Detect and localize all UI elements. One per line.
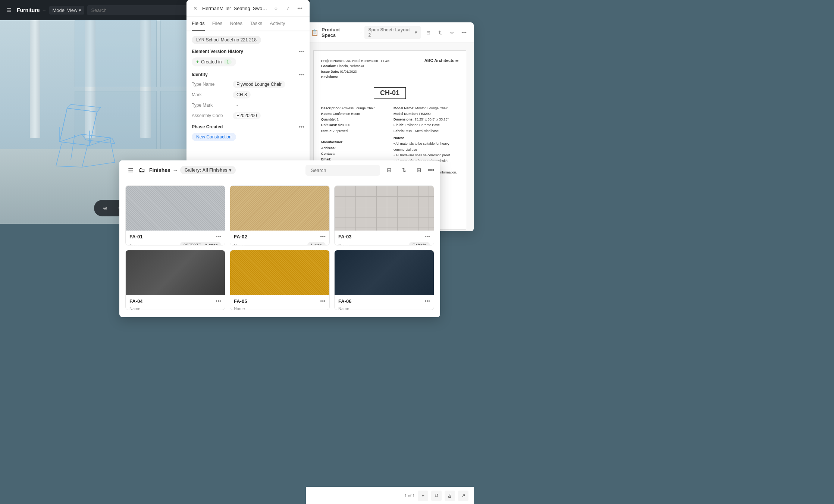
finish-header-row-fa06: FA-06 ••• [338,298,430,304]
desc-value: Armless Lounge Chair [342,106,375,110]
panel-body: LYR School Model no 221 218 Element Vers… [186,31,310,166]
contact-label: Contact: [321,152,335,156]
finish-name-row-fa02: Name Linen [234,242,326,245]
spec-project-info: Project Name: ABC Hotel Renovation - FF&… [321,58,390,80]
created-in-button[interactable]: + Created in 1 [192,57,236,66]
issue-date-label: Issue Date: [321,70,339,73]
tab-tasks[interactable]: Tasks [250,17,262,31]
spec-edit-button[interactable]: ✏ [448,28,457,37]
tab-notes[interactable]: Notes [230,17,242,31]
plus-icon: + [196,59,199,65]
finish-code-fa01: FA-01 [129,234,142,240]
external-link-button[interactable]: ↗ [458,491,468,501]
revisions-label: Revisions: [321,75,338,79]
spec-title-breadcrumb: Product Specs → Spec Sheet: Layout 2 ▾ [322,26,421,39]
finishes-menu-button[interactable]: ☰ [125,165,136,175]
spec-bottom-bar: 1 of 1 + ↺ 🖨 ↗ [306,487,474,504]
dimensions-label: Dimensions: [394,118,414,121]
svg-marker-10 [67,104,101,112]
edit-icon: ✏ [450,30,454,35]
finish-more-fa01[interactable]: ••• [216,234,221,240]
finish-code-fa06: FA-06 [338,298,351,304]
spec-sort-button[interactable]: ⇅ [436,28,445,37]
fabric-label: Fabric: [394,129,405,133]
cursor-icon[interactable]: ⊕ [100,203,110,213]
finishes-more-button[interactable]: ••• [428,167,434,173]
notes-item-2: • All hardware shall be corrosion proof [394,153,458,158]
tab-fields[interactable]: Fields [192,17,205,31]
version-history-title: Element Version History [192,49,243,54]
finishes-sort-button[interactable]: ⇅ [398,164,410,176]
finish-more-fa02[interactable]: ••• [320,234,326,240]
notes-label: Notes: [394,136,404,140]
star-button[interactable]: ☆ [272,4,280,13]
model-view-selector[interactable]: Model View ▾ [49,6,84,15]
spec-code: CH-01 [374,87,406,99]
project-name-label: Project Name: [321,59,344,63]
grid-icon: ⊞ [417,167,421,173]
menu-icon: ☰ [128,167,133,174]
spec-code-block: CH-01 [321,84,458,102]
check-button[interactable]: ✓ [283,4,292,13]
phase-section: Phase Created ••• [192,124,304,130]
finish-name-row-fa06: Name [338,306,430,310]
zoom-reset-button[interactable]: ↺ [431,491,442,501]
finishes-toolbar: ☰ 🗂 Finishes → Gallery: All Finishes ▾ ⊟… [119,160,440,180]
unit-cost-value: $280.00 [338,123,351,127]
finishes-filter-button[interactable]: ⊟ [383,164,395,176]
finish-name-label-fa03: Name [338,243,349,245]
finish-header-row-fa02: FA-02 ••• [234,234,326,240]
model-number-value: FE3290 [419,112,431,116]
phase-more-button[interactable]: ••• [299,124,304,130]
location-label: Location: [321,64,336,68]
sort-icon: ⇅ [402,167,407,173]
finish-name-row-fa05: Name [234,306,326,310]
finish-name-label-fa01: Name [129,243,140,245]
svg-line-5 [82,145,88,167]
star-icon: ☆ [274,6,278,11]
tab-activity[interactable]: Activity [270,17,285,31]
unit-cost-label: Unit Cost: [321,123,337,127]
print-button[interactable]: 🖨 [445,491,455,501]
svg-line-7 [71,135,75,160]
gallery-label: Gallery: All Finishes [185,168,228,173]
zoom-in-button[interactable]: + [418,491,428,501]
panel-title: HermanMiller_Seating_Swoop_OA20... [202,6,269,11]
finishes-search-input[interactable] [305,165,380,176]
tab-files[interactable]: Files [212,17,222,31]
finishes-title-breadcrumb: Finishes → Gallery: All Finishes ▾ [149,166,302,174]
filter-icon: ⊟ [426,30,430,35]
panel-more-button[interactable]: ••• [295,4,304,13]
finish-more-fa03[interactable]: ••• [424,234,430,240]
finish-card-fa03: FA-03 ••• Name Pebble [334,185,434,245]
mark-value: CH-8 [233,91,251,98]
issue-date-value: 01/01/2023 [340,70,357,73]
model-number-label: Model Number: [394,112,418,116]
more-icon: ••• [297,6,302,11]
finish-code-fa02: FA-02 [234,234,247,240]
created-count-badge: 1 [224,59,231,65]
spec-more-button[interactable]: ••• [460,28,468,37]
chair-3d-wireframe [52,97,119,172]
finishes-grid-button[interactable]: ⊞ [413,164,425,176]
spec-layout-selector[interactable]: Spec Sheet: Layout 2 ▾ [364,26,421,39]
finishes-title: Finishes [149,167,170,173]
panel-close-button[interactable]: ✕ [192,4,199,12]
finish-more-fa06[interactable]: ••• [424,298,430,304]
finishes-icon: 🗂 [139,166,145,174]
menu-button[interactable]: ☰ [4,6,14,15]
created-in-label: Created in [201,59,222,65]
finish-value: Polished Chrome Base [405,123,440,127]
finishes-gallery-selector[interactable]: Gallery: All Finishes ▾ [180,166,236,174]
breadcrumb-root[interactable]: Furniture [17,7,40,13]
finish-more-fa05[interactable]: ••• [320,298,326,304]
field-assembly-code: Assembly Code E2020200 [192,112,304,119]
spec-filter-button[interactable]: ⊟ [424,28,433,37]
finish-more-fa04[interactable]: ••• [216,298,221,304]
breadcrumb-arrow: → [42,7,46,13]
filter-icon: ⊟ [387,167,392,173]
identity-more-button[interactable]: ••• [299,72,304,78]
chevron-down-icon: ▾ [415,30,417,35]
status-value: Approved [333,129,348,133]
version-more-button[interactable]: ••• [299,48,304,54]
